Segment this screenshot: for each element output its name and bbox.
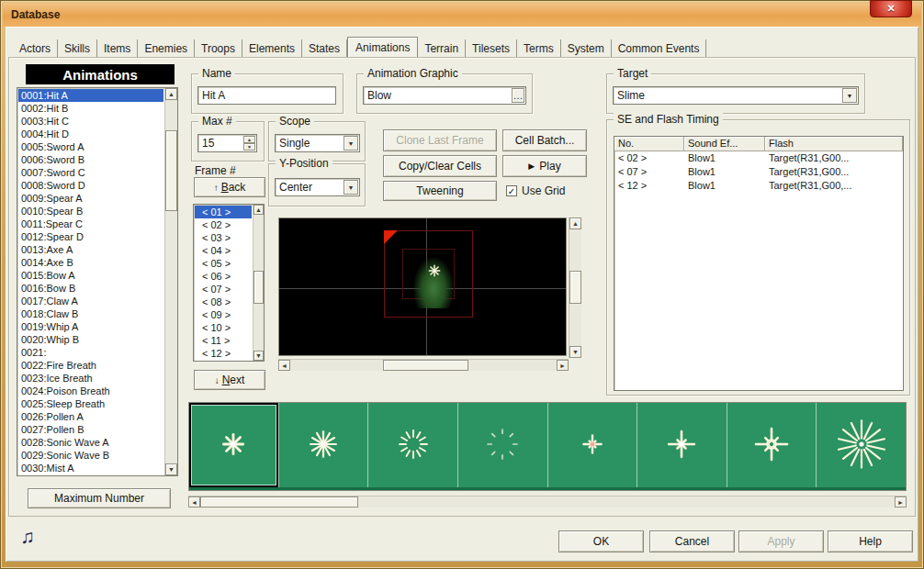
scroll-up-icon[interactable]: ▲ (569, 218, 581, 229)
animations-listbox[interactable]: 0001:Hit A0002:Hit B0003:Hit C0004:Hit D… (17, 87, 178, 476)
animation-list-item[interactable]: 0007:Sword C (18, 166, 163, 179)
se-flash-row[interactable]: < 07 >Blow1Target(R31,G00... (614, 165, 903, 179)
tab-enemies[interactable]: Enemies (138, 39, 195, 57)
tab-common-events[interactable]: Common Events (612, 39, 707, 57)
animation-list-item[interactable]: 0029:Sonic Wave B (18, 449, 163, 462)
column-sound-effect[interactable]: Sound Ef... (684, 137, 765, 151)
animation-list-item[interactable]: 0006:Sword B (18, 153, 163, 166)
animation-list-item[interactable]: 0001:Hit A (18, 89, 163, 102)
tab-actors[interactable]: Actors (13, 39, 58, 57)
animation-list-item[interactable]: 0017:Claw A (18, 295, 163, 307)
frame-cell-3[interactable] (367, 403, 457, 487)
animation-list-item[interactable]: 0012:Spear D (18, 230, 163, 243)
animation-list-item[interactable]: 0019:Whip A (18, 320, 163, 333)
scroll-thumb[interactable] (569, 271, 581, 304)
animation-list-item[interactable]: 0025:Sleep Breath (18, 397, 163, 410)
copy-clear-cells-button[interactable]: Copy/Clear Cells (383, 155, 497, 177)
animation-list-item[interactable]: 0014:Axe B (18, 256, 163, 269)
scroll-left-icon[interactable]: ◄ (278, 360, 290, 371)
spin-down-icon[interactable]: ▼ (243, 143, 255, 151)
se-flash-table[interactable]: No. Sound Ef... Flash < 02 >Blow1Target(… (614, 136, 904, 391)
tab-system[interactable]: System (561, 39, 612, 57)
scroll-thumb[interactable] (254, 271, 264, 304)
frame-cell-2[interactable] (278, 403, 368, 487)
close-button[interactable]: ✕ (870, 0, 912, 17)
name-input[interactable]: Hit A (197, 86, 336, 105)
ok-button[interactable]: OK (558, 530, 644, 552)
animation-list-item[interactable]: 0024:Poison Breath (18, 385, 163, 397)
maximum-number-button[interactable]: Maximum Number (28, 488, 171, 508)
clone-last-frame-button[interactable]: Clone Last Frame (383, 129, 497, 151)
browse-button[interactable]: … (512, 88, 524, 103)
scroll-right-icon[interactable]: ► (895, 496, 907, 508)
frame-list-item[interactable]: < 02 > (195, 218, 252, 231)
spinner-buttons[interactable]: ▲ ▼ (243, 136, 255, 151)
animation-preview-canvas[interactable] (278, 218, 567, 356)
back-button[interactable]: ↑ Back (194, 177, 265, 197)
frame-cell-1[interactable] (189, 403, 278, 487)
se-flash-row[interactable]: < 12 >Blow1Target(R31,G00,... (614, 179, 903, 193)
scroll-down-icon[interactable]: ▼ (165, 463, 177, 475)
animation-list-item[interactable]: 0020:Whip B (18, 333, 163, 346)
animation-list-item[interactable]: 0010:Spear B (18, 205, 163, 218)
frame-list-item[interactable]: < 12 > (195, 347, 252, 360)
frame-list-item[interactable]: < 05 > (195, 257, 252, 270)
scroll-up-icon[interactable]: ▲ (165, 88, 177, 100)
animation-list-item[interactable]: 0002:Hit B (18, 102, 163, 115)
animation-list-item[interactable]: 0027:Pollen B (18, 423, 163, 436)
tab-terrain[interactable]: Terrain (418, 39, 466, 57)
chevron-down-icon[interactable]: ▼ (344, 136, 358, 151)
animation-list-item[interactable]: 0021: (18, 346, 163, 359)
tab-tilesets[interactable]: Tilesets (466, 39, 517, 57)
frame-list-item[interactable]: < 08 > (195, 296, 252, 308)
animation-list-item[interactable]: 0011:Spear C (18, 218, 163, 230)
animation-list-item[interactable]: 0004:Hit D (18, 128, 163, 140)
scroll-down-icon[interactable]: ▼ (569, 346, 581, 358)
frame-list-item[interactable]: < 04 > (195, 244, 252, 257)
frame-list-item[interactable]: < 01 > (195, 206, 252, 218)
se-flash-row[interactable]: < 02 >Blow1Target(R31,G00... (614, 151, 903, 165)
scroll-thumb[interactable] (383, 360, 468, 371)
play-button[interactable]: ▶ Play (502, 155, 587, 177)
cell-batch-button[interactable]: Cell Batch... (502, 129, 587, 151)
tab-troops[interactable]: Troops (195, 39, 242, 57)
frame-cell-4[interactable] (457, 403, 547, 487)
animation-list-item[interactable]: 0022:Fire Breath (18, 359, 163, 372)
tab-animations[interactable]: Animations (347, 37, 418, 58)
animation-list-item[interactable]: 0018:Claw B (18, 307, 163, 320)
animation-list-item[interactable]: 0023:Ice Breath (18, 372, 163, 385)
spin-up-icon[interactable]: ▲ (243, 136, 255, 143)
animation-list-item[interactable]: 0005:Sword A (18, 140, 163, 153)
tab-elements[interactable]: Elements (242, 39, 302, 57)
frame-cell-8[interactable] (816, 403, 906, 487)
scroll-right-icon[interactable]: ► (557, 360, 569, 371)
animation-list-item[interactable]: 0016:Bow B (18, 282, 163, 295)
strip-hscroll[interactable]: ◄ ► (188, 496, 907, 508)
use-grid-checkbox[interactable]: ✓ Use Grid (506, 184, 565, 197)
canvas-hscroll[interactable]: ◄ ► (278, 359, 569, 371)
checkbox-icon[interactable]: ✓ (506, 185, 517, 196)
frame-list-item[interactable]: < 10 > (195, 321, 252, 334)
canvas-vscroll[interactable]: ▲ ▼ (569, 218, 581, 358)
tab-terms[interactable]: Terms (517, 39, 561, 57)
frame-list-item[interactable]: < 03 > (195, 231, 252, 244)
animation-list-item[interactable]: 0013:Axe A (18, 243, 163, 256)
tab-skills[interactable]: Skills (58, 39, 97, 57)
animation-list-item[interactable]: 0003:Hit C (18, 115, 163, 128)
scroll-up-icon[interactable]: ▲ (254, 205, 264, 215)
next-button[interactable]: ↓ Next (194, 370, 265, 390)
animation-list-item[interactable]: 0030:Mist A (18, 462, 163, 474)
frame-list-item[interactable]: < 07 > (195, 283, 252, 296)
max-stepper[interactable]: 15 ▲ ▼ (197, 134, 257, 152)
animation-list-item[interactable]: 0009:Spear A (18, 192, 163, 205)
scroll-thumb[interactable] (165, 130, 177, 211)
scope-select[interactable]: Single ▼ (275, 134, 360, 152)
column-flash[interactable]: Flash (765, 137, 903, 151)
frame-cell-7[interactable] (727, 403, 817, 487)
tab-states[interactable]: States (302, 39, 347, 57)
frame-cell-6[interactable] (637, 403, 727, 487)
animation-list-item[interactable]: 0026:Pollen A (18, 410, 163, 423)
scroll-left-icon[interactable]: ◄ (188, 496, 200, 508)
animation-list-item[interactable]: 0008:Sword D (18, 179, 163, 192)
tab-items[interactable]: Items (97, 39, 138, 57)
